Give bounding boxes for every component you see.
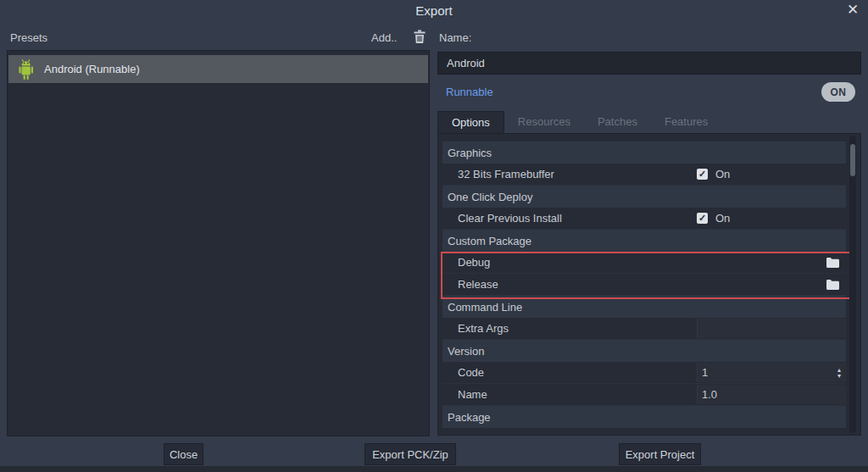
option-row-name[interactable]: Name1.0 xyxy=(442,384,846,406)
checkbox-icon[interactable]: ✓ xyxy=(697,169,708,180)
export-project-button[interactable]: Export Project xyxy=(619,443,701,465)
runnable-label: Runnable xyxy=(446,86,493,98)
window-bottom-edge xyxy=(0,466,868,472)
tab-resources[interactable]: Resources xyxy=(504,111,584,133)
option-section-one-click-deploy: One Click Deploy xyxy=(442,186,846,208)
option-label: Release xyxy=(458,278,498,291)
option-section-command-line: Command Line xyxy=(442,296,846,318)
runnable-toggle[interactable]: ON xyxy=(821,82,855,102)
scrollbar-thumb[interactable] xyxy=(850,144,855,176)
close-icon[interactable]: ✕ xyxy=(844,2,861,19)
option-value xyxy=(697,275,846,294)
close-button[interactable]: Close xyxy=(164,443,203,465)
options-scrollbar[interactable] xyxy=(849,136,856,433)
add-preset-button[interactable]: Add.. xyxy=(371,31,397,44)
folder-icon[interactable] xyxy=(826,258,839,268)
option-section-custom-package: Custom Package xyxy=(442,230,846,252)
option-label: Version xyxy=(448,345,484,358)
tab-options[interactable]: Options xyxy=(437,111,504,133)
name-input[interactable] xyxy=(437,52,861,75)
options-rows: Graphics32 Bits Framebuffer✓OnOne Click … xyxy=(442,142,846,428)
option-value[interactable]: 1.0 xyxy=(697,385,846,404)
spinner-updown-icon[interactable]: ▴▾ xyxy=(837,362,841,383)
option-label: 32 Bits Framebuffer xyxy=(458,168,554,180)
checkbox-state-label: On xyxy=(714,168,730,180)
tab-bar: Options Resources Patches Features xyxy=(437,111,721,133)
option-label: Graphics xyxy=(448,147,492,159)
option-label: Package xyxy=(448,411,491,424)
option-row-release[interactable]: Release xyxy=(442,274,846,296)
android-icon xyxy=(16,58,36,81)
presets-header: Presets xyxy=(10,31,47,44)
option-label: Debug xyxy=(458,256,490,269)
option-label: Custom Package xyxy=(448,235,531,247)
option-label: One Click Deploy xyxy=(448,191,532,203)
export-pck-zip-button[interactable]: Export PCK/Zip xyxy=(364,443,456,465)
option-section-package: Package xyxy=(442,406,846,428)
option-value[interactable]: ✓On xyxy=(697,164,846,184)
options-panel: Graphics32 Bits Framebuffer✓OnOne Click … xyxy=(437,133,861,436)
option-row-debug[interactable]: Debug xyxy=(442,252,846,274)
option-label: Extra Args xyxy=(458,322,509,335)
checkbox-icon[interactable]: ✓ xyxy=(697,213,708,224)
option-value[interactable] xyxy=(697,319,846,338)
option-section-version: Version xyxy=(442,340,846,362)
checkbox-state-label: On xyxy=(714,212,730,225)
option-label: Code xyxy=(458,366,484,379)
delete-preset-button[interactable] xyxy=(413,30,427,44)
dialog-title: Export xyxy=(0,3,868,18)
folder-icon[interactable] xyxy=(826,280,839,290)
option-row-clear-previous-install[interactable]: Clear Previous Install✓On xyxy=(442,208,846,230)
option-value-text: 1 xyxy=(700,366,708,379)
option-row-code[interactable]: Code1▴▾ xyxy=(442,362,846,384)
name-header: Name: xyxy=(439,31,471,44)
preset-item-label: Android (Runnable) xyxy=(44,63,140,75)
trash-icon xyxy=(413,30,426,44)
tab-patches[interactable]: Patches xyxy=(584,111,651,133)
option-row-extra-args[interactable]: Extra Args xyxy=(442,318,846,340)
option-label: Command Line xyxy=(448,301,522,314)
option-section-graphics: Graphics xyxy=(442,142,846,164)
option-row-32-bits-framebuffer[interactable]: 32 Bits Framebuffer✓On xyxy=(442,164,846,186)
tab-features[interactable]: Features xyxy=(651,111,721,133)
option-value-text: 1.0 xyxy=(700,388,717,401)
option-label: Name xyxy=(458,388,487,401)
option-value[interactable]: ✓On xyxy=(697,208,846,228)
option-value xyxy=(697,253,846,272)
option-label: Clear Previous Install xyxy=(458,212,562,225)
option-value[interactable]: 1 xyxy=(697,363,846,382)
preset-item-android[interactable]: Android (Runnable) xyxy=(8,55,428,83)
presets-list[interactable]: Android (Runnable) xyxy=(7,50,430,436)
export-dialog: Export ✕ Presets Add.. Name: xyxy=(0,0,868,472)
